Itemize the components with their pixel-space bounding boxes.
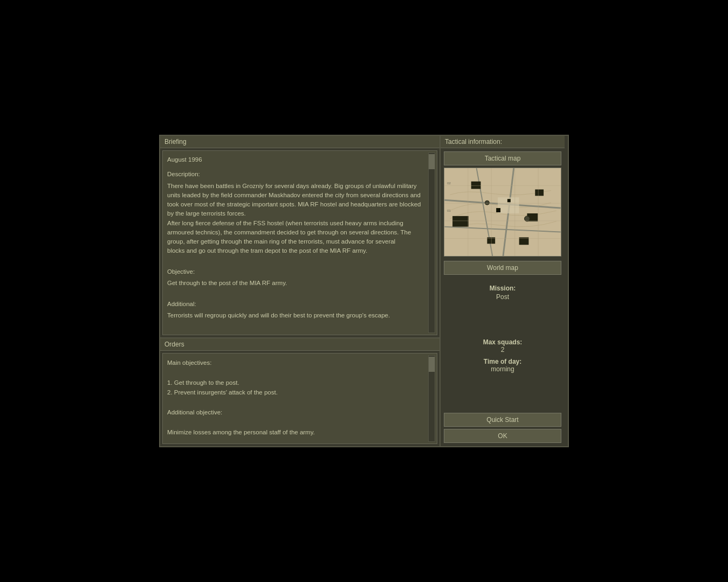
briefing-header: Briefing — [160, 136, 439, 148]
tactical-info-header: Tactical information: — [441, 136, 565, 148]
orders-section: Orders Main objectives: 1. Get through t… — [160, 338, 439, 446]
description-text: There have been battles in Grozniy for s… — [167, 183, 421, 254]
game-ui: Briefing August 1996 Description: There … — [159, 135, 569, 447]
mission-info: Mission: Post Max squads: 2 Time of day:… — [444, 279, 561, 408]
svg-rect-13 — [507, 199, 511, 202]
additional-label: Additional: — [167, 300, 425, 309]
action-buttons: Quick Start OK — [444, 413, 561, 443]
orders-item1: 1. Get through to the post. — [167, 379, 239, 386]
svg-text:02: 02 — [447, 182, 451, 185]
orders-additional-text: Minimize losses among the personal staff… — [167, 429, 315, 435]
mission-label: Mission: — [490, 285, 516, 292]
orders-content: Main objectives: 1. Get through to the p… — [162, 353, 437, 444]
orders-scroll-handle[interactable] — [429, 357, 435, 372]
svg-rect-9 — [535, 190, 544, 196]
world-map-button[interactable]: World map — [444, 261, 561, 275]
objective-text: Get through to the post of the MIA RF ar… — [167, 280, 287, 286]
orders-additional-label: Additional objective: — [167, 409, 222, 415]
briefing-content: August 1996 Description: There have been… — [162, 150, 437, 335]
mission-value: Post — [496, 293, 509, 301]
svg-point-15 — [485, 200, 489, 205]
svg-text:01: 01 — [447, 209, 451, 212]
orders-text: Main objectives: 1. Get through to the p… — [167, 358, 425, 437]
objective-label: Objective: — [167, 267, 425, 276]
time-of-day-label: Time of day: — [444, 358, 561, 365]
additional-text: Terrorists will regroup quickly and will… — [167, 312, 390, 318]
mission-stats: Max squads: 2 Time of day: morning — [444, 306, 561, 377]
tactical-map-svg: 01 02 — [444, 168, 561, 256]
svg-rect-6 — [452, 216, 469, 227]
briefing-date: August 1996 — [167, 155, 425, 164]
right-panel: Tactical information: Tactical map — [441, 136, 565, 446]
quick-start-button[interactable]: Quick Start — [444, 413, 561, 427]
time-of-day-value: morning — [444, 365, 561, 373]
orders-main-label: Main objectives: — [167, 359, 211, 366]
max-squads-label: Max squads: — [444, 338, 561, 346]
left-panel: Briefing August 1996 Description: There … — [160, 136, 441, 446]
description-label: Description: — [167, 170, 425, 179]
ok-button[interactable]: OK — [444, 429, 561, 443]
svg-rect-12 — [496, 208, 500, 212]
orders-item2: 2. Prevent insurgents' attack of the pos… — [167, 389, 278, 396]
briefing-text: August 1996 Description: There have been… — [167, 155, 425, 320]
orders-header: Orders — [160, 338, 439, 351]
tactical-map-button[interactable]: Tactical map — [444, 151, 561, 165]
briefing-section: Briefing August 1996 Description: There … — [160, 136, 439, 338]
max-squads-value: 2 — [444, 346, 561, 354]
svg-rect-7 — [471, 182, 481, 189]
briefing-scrollbar[interactable] — [428, 153, 435, 333]
briefing-scroll-handle[interactable] — [429, 154, 435, 169]
svg-point-14 — [525, 216, 530, 221]
orders-scrollbar[interactable] — [428, 355, 435, 442]
map-preview: 01 02 — [444, 168, 561, 257]
